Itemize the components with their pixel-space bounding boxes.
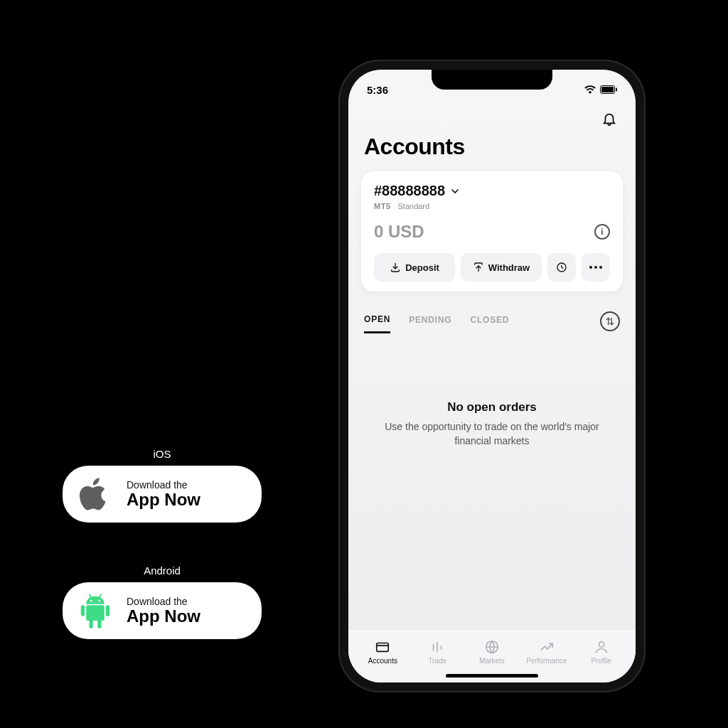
chevron-down-icon [449,186,461,197]
notifications-button[interactable] [599,108,620,129]
account-card: #88888888 MT5 Standard 0 USD i Deposit [361,171,623,291]
status-indicators [584,85,617,94]
download-line2: App Now [127,607,200,625]
svg-rect-21 [97,619,101,628]
withdraw-button[interactable]: Withdraw [461,253,542,282]
page-title: Accounts [348,129,636,171]
profile-icon [594,639,609,655]
svg-point-5 [594,266,597,269]
account-platform: MT5 [374,202,391,210]
deposit-button[interactable]: Deposit [374,253,455,282]
tab-open[interactable]: OPEN [364,314,390,333]
more-button[interactable] [582,253,610,282]
phone-notch [432,70,552,90]
phone-screen: 5:36 Accounts [348,70,636,682]
account-type: Standard [398,202,430,210]
svg-rect-20 [89,619,92,628]
nav-accounts[interactable]: Accounts [358,639,407,665]
svg-rect-17 [86,605,105,621]
home-indicator [446,674,538,678]
svg-rect-18 [81,605,85,616]
ellipsis-icon [589,266,602,269]
apple-icon [75,474,115,514]
header [348,102,636,129]
account-balance: 0 USD [374,222,424,242]
nav-profile[interactable]: Profile [577,639,626,665]
nav-profile-label: Profile [591,657,611,665]
tab-pending[interactable]: PENDING [409,315,451,332]
performance-icon [539,639,555,655]
account-meta: MT5 Standard [374,202,610,210]
nav-markets[interactable]: Markets [467,639,517,665]
phone-mockup: 5:36 Accounts [338,60,646,692]
svg-point-16 [98,599,100,601]
history-button[interactable] [547,253,576,282]
nav-trade[interactable]: Trade [412,639,462,665]
svg-rect-19 [106,605,109,616]
download-ios-text: Download the App Now [127,479,200,508]
status-time: 5:36 [367,84,388,96]
balance-row: 0 USD i [374,222,610,242]
globe-icon [484,639,500,655]
download-android-label: Android [63,564,262,577]
bell-icon [601,111,617,127]
download-line1: Download the [127,479,200,491]
account-number: #88888888 [374,183,445,199]
trade-icon [429,639,445,655]
download-android-text: Download the App Now [127,596,200,625]
upload-icon [473,262,484,273]
svg-rect-2 [616,88,617,92]
empty-title: No open orders [447,400,537,414]
accounts-icon [375,639,390,655]
download-line2: App Now [127,491,200,508]
android-icon [75,591,115,631]
svg-point-6 [599,266,602,269]
withdraw-label: Withdraw [488,262,530,273]
sort-button[interactable] [600,311,620,331]
svg-point-14 [599,641,604,646]
history-icon [556,262,567,273]
download-android: Android Download the App Now [63,564,262,639]
tab-closed[interactable]: CLOSED [471,315,510,332]
download-icon [390,262,401,273]
wifi-icon [584,85,596,94]
nav-markets-label: Markets [479,657,505,665]
account-selector[interactable]: #88888888 [374,183,610,199]
empty-state: No open orders Use the opportunity to tr… [348,336,636,628]
download-android-button[interactable]: Download the App Now [63,582,262,639]
account-actions: Deposit Withdraw [374,253,610,282]
nav-accounts-label: Accounts [368,657,397,665]
balance-info-button[interactable]: i [594,224,610,240]
svg-rect-1 [601,87,614,92]
svg-point-4 [589,266,592,269]
orders-tabs: OPEN PENDING CLOSED [364,311,620,336]
nav-performance[interactable]: Performance [522,639,572,665]
empty-subtitle: Use the opportunity to trade on the worl… [370,420,614,448]
sort-icon [605,316,615,326]
download-ios: iOS Download the App Now [63,448,262,523]
nav-trade-label: Trade [428,657,446,665]
download-ios-label: iOS [63,448,262,460]
download-line1: Download the [127,596,200,607]
svg-rect-7 [377,643,389,651]
deposit-label: Deposit [405,262,439,273]
nav-performance-label: Performance [526,657,567,665]
svg-point-15 [90,599,92,601]
battery-icon [600,85,617,94]
download-ios-button[interactable]: Download the App Now [63,466,262,523]
